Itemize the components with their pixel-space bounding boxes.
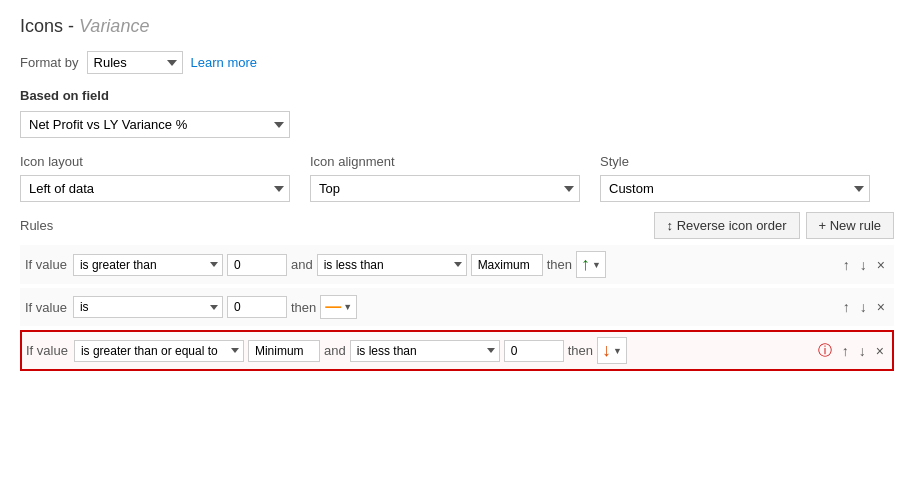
if-value-label-3: If value [26, 343, 68, 358]
format-by-row: Format by Rules Field Value Color Scale … [20, 51, 894, 74]
condition-select-1[interactable]: is greater than is greater than or equal… [73, 254, 223, 276]
rules-header: Rules ↕ Reverse icon order + New rule [20, 212, 894, 239]
move-down-button-2[interactable]: ↓ [856, 297, 871, 317]
based-on-field-label: Based on field [20, 88, 894, 103]
arrow-up-icon-1: ↑ [581, 254, 590, 275]
delete-button-3[interactable]: × [872, 341, 888, 361]
value-input-3a[interactable] [248, 340, 320, 362]
layout-alignment-style-row: Icon layout Left of data Right of data I… [20, 154, 894, 202]
if-value-label-2: If value [25, 300, 67, 315]
rule-row-2: If value is greater than is greater than… [20, 288, 894, 326]
chevron-icon-1: ▼ [592, 260, 601, 270]
row-actions-2: ↑ ↓ × [839, 297, 889, 317]
rules-area: If value is greater than is greater than… [20, 245, 894, 371]
icon-layout-label: Icon layout [20, 154, 290, 169]
if-value-label-1: If value [25, 257, 67, 272]
rules-label: Rules [20, 218, 53, 233]
chevron-icon-3: ▼ [613, 346, 622, 356]
info-icon-3: ⓘ [814, 340, 836, 362]
icon-layout-block: Icon layout Left of data Right of data [20, 154, 290, 202]
new-rule-button[interactable]: + New rule [806, 212, 895, 239]
value-input-2a[interactable] [227, 296, 287, 318]
condition-select-2[interactable]: is greater than is greater than or equal… [73, 296, 223, 318]
move-down-button-3[interactable]: ↓ [855, 341, 870, 361]
value-input-3b[interactable] [504, 340, 564, 362]
icon-alignment-block: Icon alignment Top Middle Bottom [310, 154, 580, 202]
move-up-button-2[interactable]: ↑ [839, 297, 854, 317]
icon-dropdown-3[interactable]: ↓ ▼ [597, 337, 627, 364]
learn-more-link[interactable]: Learn more [191, 55, 257, 70]
and-label-1: and [291, 257, 313, 272]
icon-alignment-label: Icon alignment [310, 154, 580, 169]
rule-row-1-inner: If value is greater than is greater than… [25, 251, 835, 278]
rule-row-2-inner: If value is greater than is greater than… [25, 295, 835, 319]
chevron-icon-2: ▼ [343, 302, 352, 312]
format-by-label: Format by [20, 55, 79, 70]
icon-layout-select[interactable]: Left of data Right of data [20, 175, 290, 202]
rule-row-1: If value is greater than is greater than… [20, 245, 894, 284]
page-title: Icons - Variance [20, 16, 894, 37]
condition2-select-1[interactable]: is less than is less than or equal to is… [317, 254, 467, 276]
condition2-select-3[interactable]: is less than is less than or equal to is… [350, 340, 500, 362]
new-rule-label: + New rule [819, 218, 882, 233]
style-block: Style Custom 3 Arrows (Colored) 3 Flags … [600, 154, 870, 202]
row-actions-3: ⓘ ↑ ↓ × [814, 340, 888, 362]
move-up-button-1[interactable]: ↑ [839, 255, 854, 275]
move-up-button-3[interactable]: ↑ [838, 341, 853, 361]
based-on-field-select[interactable]: Net Profit vs LY Variance % [20, 111, 290, 138]
value-input-1b[interactable] [471, 254, 543, 276]
icon-dropdown-2[interactable]: — ▼ [320, 295, 357, 319]
format-by-select[interactable]: Rules Field Value Color Scale [87, 51, 183, 74]
rule-row-3: If value is greater than is greater than… [20, 330, 894, 371]
delete-button-2[interactable]: × [873, 297, 889, 317]
then-label-3: then [568, 343, 593, 358]
then-label-2: then [291, 300, 316, 315]
icon-dropdown-1[interactable]: ↑ ▼ [576, 251, 606, 278]
reverse-icon-label: ↕ Reverse icon order [667, 218, 787, 233]
delete-button-1[interactable]: × [873, 255, 889, 275]
arrow-down-icon-3: ↓ [602, 340, 611, 361]
reverse-icon-order-button[interactable]: ↕ Reverse icon order [654, 212, 800, 239]
rule-row-3-inner: If value is greater than is greater than… [26, 337, 810, 364]
condition-select-3[interactable]: is greater than is greater than or equal… [74, 340, 244, 362]
based-on-field-section: Based on field Net Profit vs LY Variance… [20, 88, 894, 138]
row-actions-1: ↑ ↓ × [839, 255, 889, 275]
style-select[interactable]: Custom 3 Arrows (Colored) 3 Flags 3 Traf… [600, 175, 870, 202]
value-input-1a[interactable] [227, 254, 287, 276]
then-label-1: then [547, 257, 572, 272]
style-label: Style [600, 154, 870, 169]
and-label-3: and [324, 343, 346, 358]
move-down-button-1[interactable]: ↓ [856, 255, 871, 275]
rules-buttons: ↕ Reverse icon order + New rule [654, 212, 894, 239]
minus-icon-2: — [325, 298, 341, 316]
icon-alignment-select[interactable]: Top Middle Bottom [310, 175, 580, 202]
